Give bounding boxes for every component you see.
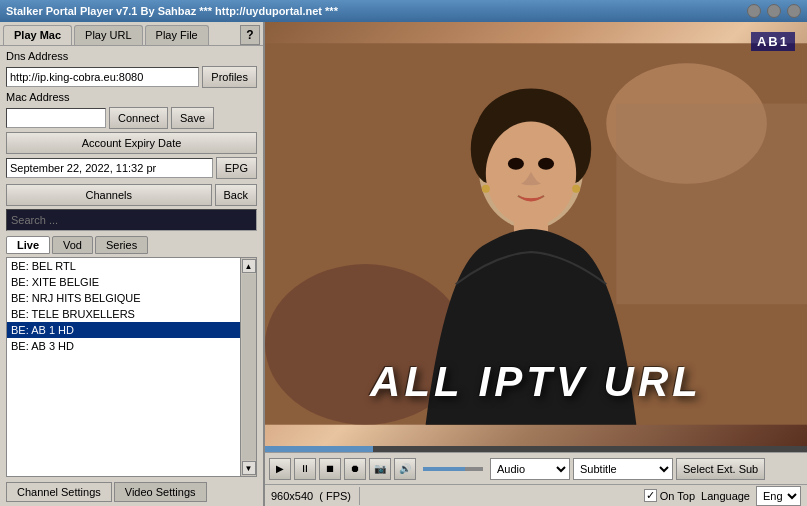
- bottom-tabs: Channel Settings Video Settings: [6, 482, 257, 502]
- main-tab-bar: Play Mac Play URL Play File ?: [0, 22, 263, 46]
- scroll-up[interactable]: ▲: [242, 259, 256, 273]
- snapshot-button[interactable]: 📷: [369, 458, 391, 480]
- tab-play-url[interactable]: Play URL: [74, 25, 142, 45]
- video-area: AB1 ALL IPTV URL: [265, 22, 807, 446]
- dns-label: Dns Address: [6, 50, 257, 62]
- date-row: September 22, 2022, 11:32 pr EPG: [6, 157, 257, 179]
- language-select[interactable]: Eng: [756, 486, 801, 506]
- select-ext-sub-button[interactable]: Select Ext. Sub: [676, 458, 765, 480]
- play-button[interactable]: ▶: [269, 458, 291, 480]
- mac-label: Mac Address: [6, 91, 257, 103]
- right-panel: AB1 ALL IPTV URL ▶ ⏸ ⏹ ⏺ 📷 🔊 Audio Subt: [265, 22, 807, 506]
- title-bar-text: Stalker Portal Player v7.1 By Sahbaz ***…: [6, 5, 338, 17]
- list-item[interactable]: BE: TELE BRUXELLERS: [7, 306, 240, 322]
- progress-bar[interactable]: [265, 446, 807, 452]
- svg-point-10: [538, 158, 554, 170]
- resolution-display: 960x540: [271, 490, 313, 502]
- on-top-label: On Top: [660, 490, 695, 502]
- record-button[interactable]: ⏺: [344, 458, 366, 480]
- svg-point-9: [508, 158, 524, 170]
- stop-button[interactable]: ⏹: [319, 458, 341, 480]
- app-body: Play Mac Play URL Play File ? Dns Addres…: [0, 22, 807, 506]
- mac-input[interactable]: [6, 108, 106, 128]
- list-item[interactable]: BE: BEL RTL: [7, 258, 240, 274]
- panel-content: Dns Address Profiles Mac Address Connect…: [0, 46, 263, 506]
- channels-button[interactable]: Channels: [6, 184, 212, 206]
- tab-video-settings[interactable]: Video Settings: [114, 482, 207, 502]
- scrollbar[interactable]: ▲ ▼: [240, 258, 256, 476]
- list-item[interactable]: BE: NRJ HITS BELGIQUE: [7, 290, 240, 306]
- tab-play-file[interactable]: Play File: [145, 25, 209, 45]
- tab-live[interactable]: Live: [6, 236, 50, 254]
- pause-button[interactable]: ⏸: [294, 458, 316, 480]
- list-tabs: Live Vod Series: [6, 236, 257, 254]
- channels-row: Channels Back: [6, 184, 257, 206]
- list-item[interactable]: BE: XITE BELGIE: [7, 274, 240, 290]
- status-bar: 960x540 ( FPS) ✓ On Top Language Eng: [265, 484, 807, 506]
- volume-button[interactable]: 🔊: [394, 458, 416, 480]
- controls-bar: ▶ ⏸ ⏹ ⏺ 📷 🔊 Audio Subtitle Select Ext. S…: [265, 452, 807, 484]
- search-input[interactable]: [6, 209, 257, 231]
- save-button[interactable]: Save: [171, 107, 214, 129]
- volume-fill: [423, 467, 465, 471]
- tab-play-mac[interactable]: Play Mac: [3, 25, 72, 45]
- channel-logo: AB1: [751, 32, 795, 51]
- subtitle-dropdown[interactable]: Subtitle: [573, 458, 673, 480]
- svg-rect-3: [616, 104, 807, 305]
- title-bar: Stalker Portal Player v7.1 By Sahbaz ***…: [0, 0, 807, 22]
- list-item[interactable]: BE: AB 3 HD: [7, 338, 240, 354]
- help-button[interactable]: ?: [240, 25, 260, 45]
- close-btn[interactable]: [787, 4, 801, 18]
- fps-display: ( FPS): [319, 490, 351, 502]
- window-controls: [747, 4, 801, 18]
- on-top-checkbox[interactable]: ✓: [644, 489, 657, 502]
- progress-fill: [265, 446, 373, 452]
- tab-series[interactable]: Series: [95, 236, 148, 254]
- maximize-btn[interactable]: [767, 4, 781, 18]
- epg-button[interactable]: EPG: [216, 157, 257, 179]
- mac-row: Connect Save: [6, 107, 257, 129]
- profiles-button[interactable]: Profiles: [202, 66, 257, 88]
- expiry-date: September 22, 2022, 11:32 pr: [6, 158, 213, 178]
- video-overlay-text: ALL IPTV URL: [265, 358, 807, 406]
- back-button[interactable]: Back: [215, 184, 257, 206]
- video-background: AB1 ALL IPTV URL: [265, 22, 807, 446]
- on-top-control: ✓ On Top: [644, 489, 695, 502]
- volume-slider[interactable]: [423, 467, 483, 471]
- account-expiry-button[interactable]: Account Expiry Date: [6, 132, 257, 154]
- connect-button[interactable]: Connect: [109, 107, 168, 129]
- left-panel: Play Mac Play URL Play File ? Dns Addres…: [0, 22, 265, 506]
- minimize-btn[interactable]: [747, 4, 761, 18]
- dns-row: Profiles: [6, 66, 257, 88]
- divider: [359, 487, 360, 505]
- scroll-down[interactable]: ▼: [242, 461, 256, 475]
- list-item-selected[interactable]: BE: AB 1 HD: [7, 322, 240, 338]
- audio-dropdown[interactable]: Audio: [490, 458, 570, 480]
- tab-vod[interactable]: Vod: [52, 236, 93, 254]
- scroll-thumb[interactable]: [242, 274, 256, 460]
- svg-point-11: [482, 185, 490, 193]
- svg-point-12: [572, 185, 580, 193]
- channel-list: BE: BEL RTL BE: XITE BELGIE BE: NRJ HITS…: [7, 258, 240, 476]
- dns-input[interactable]: [6, 67, 199, 87]
- language-label: Language: [701, 490, 750, 502]
- tab-channel-settings[interactable]: Channel Settings: [6, 482, 112, 502]
- channel-list-wrapper: BE: BEL RTL BE: XITE BELGIE BE: NRJ HITS…: [6, 257, 257, 477]
